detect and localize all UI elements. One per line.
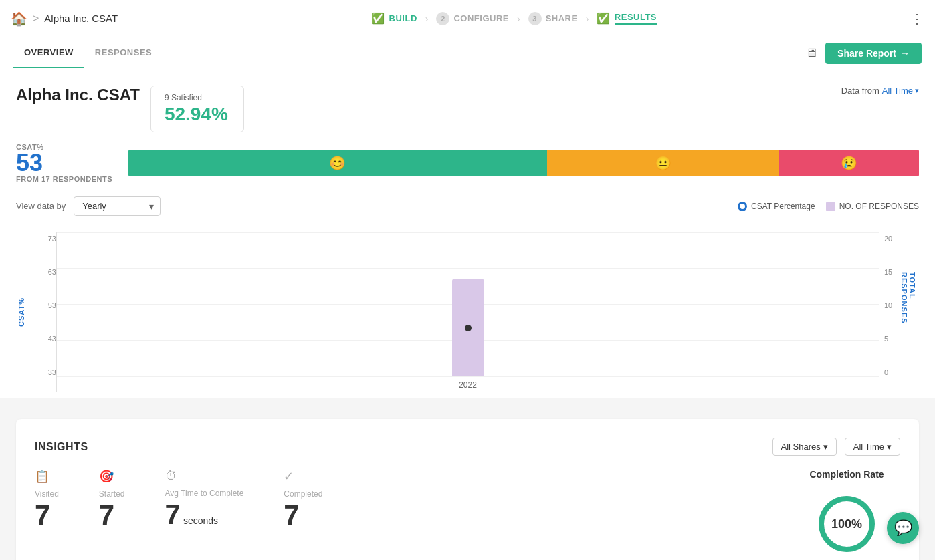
- check-icon: ✅: [371, 12, 385, 25]
- stat-visited: 📋 Visited 7: [35, 469, 59, 529]
- insights-title: INSIGHTS: [35, 441, 88, 453]
- results-check-icon: ✅: [597, 12, 611, 25]
- chart-inner: 2022: [56, 232, 879, 392]
- y-tick-73: 73: [48, 235, 56, 243]
- grid-line-4: [57, 376, 879, 377]
- all-shares-filter[interactable]: All Shares ▾: [772, 438, 837, 456]
- step-configure-num: 2: [436, 12, 449, 25]
- bar-neutral: 😐: [547, 150, 780, 176]
- csat-bar-inner: 😊 😐 😢: [128, 150, 919, 176]
- completion-rate-value: 100%: [831, 517, 862, 531]
- satisfied-emoji: 😊: [329, 155, 346, 171]
- satisfied-label: 9 Satisfied: [165, 93, 230, 102]
- share-report-button[interactable]: Share Report →: [825, 43, 922, 64]
- insights-stats: 📋 Visited 7 🎯 Started 7: [35, 469, 793, 529]
- main-content: Alpha Inc. CSAT 9 Satisfied 52.94% Data …: [0, 69, 935, 560]
- view-data-left: View data by Yearly Monthly Weekly: [16, 196, 161, 216]
- bar-2022-fill: [452, 279, 484, 376]
- legend-csat-percentage: CSAT Percentage: [738, 202, 815, 211]
- all-time-filter[interactable]: All Time ▾: [845, 438, 900, 456]
- page-title: Alpha Inc. CSAT: [16, 86, 140, 104]
- step-arrow-2: ›: [517, 13, 520, 24]
- completion-donut: 100%: [813, 491, 880, 557]
- visited-value: 7: [35, 501, 50, 529]
- legend-box-gray-icon: [826, 202, 835, 211]
- more-options-icon[interactable]: ⋮: [910, 11, 924, 27]
- insights-body: 📋 Visited 7 🎯 Started 7: [35, 469, 900, 557]
- step-share[interactable]: 3 SHARE: [528, 12, 578, 25]
- all-shares-chevron-icon: ▾: [823, 442, 828, 452]
- y-tick-53: 53: [48, 301, 56, 309]
- step-configure[interactable]: 2 CONFIGURE: [436, 12, 509, 25]
- tab-responses[interactable]: RESPONSES: [84, 38, 163, 68]
- step-configure-label: CONFIGURE: [453, 13, 509, 23]
- y-right-tick-10: 10: [884, 301, 892, 309]
- share-report-arrow-icon: →: [900, 48, 910, 59]
- breadcrumb-separator: >: [33, 13, 39, 25]
- csat-number-section: CSAT% 53 FROM 17 RESPONDENTS: [16, 143, 112, 183]
- completed-icon: ✓: [284, 469, 294, 484]
- view-data-select[interactable]: Yearly Monthly Weekly: [74, 196, 161, 216]
- started-value-row: 7: [99, 501, 114, 529]
- y-axis-right-label: TOTAL RESPONSES: [900, 272, 916, 352]
- chart-baseline: [57, 376, 879, 376]
- insights-header: INSIGHTS All Shares ▾ All Time ▾: [35, 438, 900, 456]
- y-tick-43: 43: [48, 335, 56, 343]
- nav-left: 🏠 > Alpha Inc. CSAT: [11, 11, 118, 27]
- data-from-label: Data from: [841, 86, 879, 96]
- view-data-label: View data by: [16, 201, 66, 211]
- view-data-row: View data by Yearly Monthly Weekly CSAT …: [16, 196, 919, 221]
- home-icon[interactable]: 🏠: [11, 11, 27, 27]
- stat-started: 🎯 Started 7: [99, 469, 125, 529]
- completion-rate-title: Completion Rate: [809, 469, 884, 480]
- completed-label: Completed: [284, 489, 322, 499]
- step-results-label: RESULTS: [615, 12, 657, 25]
- y-right-tick-0: 0: [884, 368, 888, 376]
- all-time-chevron-icon: ▾: [887, 442, 892, 452]
- legend-responses: NO. OF RESPONSES: [826, 202, 919, 211]
- satisfied-card: 9 Satisfied 52.94%: [150, 86, 244, 132]
- respondents-label: FROM 17 RESPONDENTS: [16, 175, 112, 183]
- chat-button[interactable]: 💬: [887, 512, 919, 544]
- nav-steps: ✅ BUILD › 2 CONFIGURE › 3 SHARE › ✅ RESU…: [371, 12, 657, 25]
- chart-bar-container: [57, 232, 879, 376]
- data-from-value: All Time: [882, 86, 913, 96]
- insights-card: INSIGHTS All Shares ▾ All Time ▾: [16, 419, 919, 560]
- step-results[interactable]: ✅ RESULTS: [597, 12, 657, 25]
- chevron-down-icon: ▾: [915, 86, 919, 95]
- step-arrow-3: ›: [586, 13, 589, 24]
- visited-label: Visited: [35, 489, 59, 499]
- legend-responses-label: NO. OF RESPONSES: [839, 202, 919, 211]
- completion-rate-section: Completion Rate 100%: [793, 469, 900, 557]
- chat-icon: 💬: [894, 519, 912, 537]
- all-shares-label: All Shares: [781, 442, 821, 452]
- completed-value-row: 7: [284, 501, 299, 529]
- tab-overview[interactable]: OVERVIEW: [13, 38, 84, 68]
- bar-satisfied: 😊: [128, 150, 547, 176]
- avg-time-value: 7: [165, 501, 181, 529]
- view-data-select-wrap: Yearly Monthly Weekly: [74, 196, 161, 216]
- chart-area: CSAT% 73 63 53 43 33: [16, 232, 919, 392]
- data-from: Data from All Time ▾: [841, 86, 919, 96]
- csat-row: CSAT% 53 FROM 17 RESPONDENTS 😊 😐 😢: [16, 143, 919, 183]
- avg-time-value-row: 7 seconds: [165, 501, 219, 529]
- started-icon: 🎯: [99, 469, 114, 484]
- insights-section: INSIGHTS All Shares ▾ All Time ▾: [0, 398, 935, 560]
- data-from-link[interactable]: All Time ▾: [882, 86, 919, 96]
- chart-x-label-2022: 2022: [57, 380, 879, 390]
- y-axis-left: CSAT% 73 63 53 43 33: [16, 232, 56, 392]
- satisfied-pct: 52.94%: [165, 104, 230, 125]
- nav-right: ⋮: [910, 11, 924, 27]
- visited-icon: 📋: [35, 469, 49, 484]
- bar-2022: [452, 279, 484, 376]
- started-value: 7: [99, 501, 114, 529]
- monitor-icon[interactable]: 🖥: [805, 46, 817, 60]
- stat-avg-time: ⏱ Avg Time to Complete 7 seconds: [165, 469, 244, 529]
- neutral-emoji: 😐: [655, 155, 671, 171]
- completed-value: 7: [284, 501, 299, 529]
- legend-csat-label: CSAT Percentage: [751, 202, 815, 211]
- visited-value-row: 7: [35, 501, 50, 529]
- y-right-tick-20: 20: [884, 235, 892, 243]
- step-build[interactable]: ✅ BUILD: [371, 12, 417, 25]
- step-share-num: 3: [528, 12, 542, 25]
